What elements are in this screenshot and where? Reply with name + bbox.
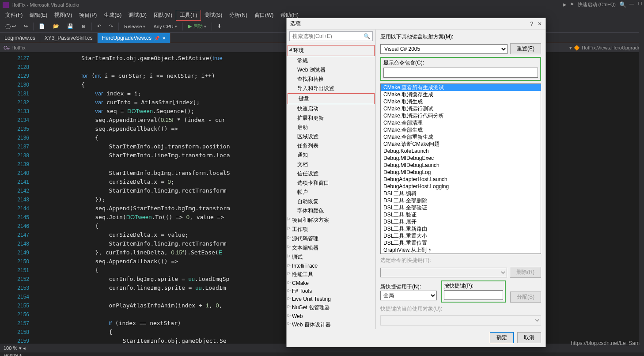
tree-item[interactable]: 通知 [288, 151, 375, 160]
tree-item[interactable]: ▷Live Unit Testing [288, 295, 375, 303]
nav-fwd-button[interactable]: ↪ [21, 23, 30, 30]
breadcrumb-namespace[interactable]: HotFix.Views.HeroUpgrade [582, 45, 640, 50]
command-item[interactable]: CMake.取消生成 [381, 98, 541, 105]
menu-test[interactable]: 测试(S) [201, 10, 226, 20]
options-search-input[interactable] [289, 31, 373, 41]
tree-item[interactable]: 扩展和更新 [288, 114, 375, 123]
command-item[interactable]: CMake.查看所有生成测试 [381, 84, 541, 91]
tree-item[interactable]: ▷Web [288, 312, 375, 320]
menu-view[interactable]: 视图(V) [51, 10, 76, 20]
tab-loginview[interactable]: LoginView.cs [0, 33, 40, 43]
menu-debug[interactable]: 调试(D) [125, 10, 150, 20]
menu-tools[interactable]: 工具(T) [176, 10, 201, 21]
dialog-help-icon[interactable]: ? [530, 21, 533, 27]
show-commands-input[interactable] [383, 68, 538, 78]
search-icon[interactable]: 🔍 [364, 33, 370, 39]
command-item[interactable]: Debug.MIDebugLaunch [381, 162, 541, 169]
tree-item[interactable]: ▷CMake [288, 279, 375, 287]
commands-listbox[interactable]: CMake.查看所有生成测试CMake.取消缓存生成CMake.取消生成CMak… [380, 83, 541, 254]
menu-analyze[interactable]: 分析(N) [226, 10, 251, 20]
command-item[interactable]: DSL工具.重置位置 [381, 239, 541, 246]
flag-icon[interactable]: ⚑ [570, 2, 574, 8]
reset-button[interactable]: 重置(E) [510, 43, 541, 54]
open-file-button[interactable]: 📂 [50, 23, 62, 30]
tree-item[interactable]: 导入和导出设置 [288, 84, 375, 93]
tab-passiveskill[interactable]: XY3_PassiveSkill.cs [40, 33, 98, 43]
tree-item[interactable]: ▷项目和解决方案 [288, 216, 375, 225]
command-item[interactable]: DebugAdapterHost.Launch [381, 176, 541, 183]
command-item[interactable]: Debug.MIDebugLog [381, 169, 541, 176]
tree-item[interactable]: 键盘 [289, 94, 373, 103]
menu-window[interactable]: 窗口(W) [251, 10, 277, 20]
start-button[interactable]: ▶ 启动 [186, 22, 209, 30]
command-item[interactable]: GraphView.从下到上 [381, 254, 541, 254]
zoom-level[interactable]: 100 % [4, 345, 17, 351]
command-item[interactable]: CMake.取消缓存生成 [381, 91, 541, 98]
tree-item[interactable]: ◢环境 [289, 46, 373, 55]
tree-item[interactable]: 信任设置 [288, 169, 375, 178]
command-item[interactable]: CMake.取消运行代码分析 [381, 112, 541, 119]
search-icon[interactable]: 🔍 [619, 1, 626, 8]
command-item[interactable]: DSL工具.重新路由 [381, 225, 541, 232]
cancel-button[interactable]: 取消 [517, 332, 541, 343]
tree-item[interactable]: 任务列表 [288, 141, 375, 151]
tab-pin-icon[interactable]: 📌 [154, 36, 159, 41]
command-item[interactable]: DSL工具.展开 [381, 218, 541, 225]
command-item[interactable]: CMake.全部生成 [381, 126, 541, 133]
minimize-icon[interactable]: — [629, 1, 634, 7]
config-dropdown[interactable]: Release [121, 23, 148, 30]
command-item[interactable]: CMake.诊断CMake问题 [381, 140, 541, 148]
tree-item[interactable]: 帐户 [288, 188, 375, 197]
platform-dropdown[interactable]: Any CPU [151, 23, 179, 30]
undo-button[interactable]: ↶ [95, 23, 104, 30]
command-item[interactable]: Debug.KofeLaunch [381, 148, 541, 155]
menu-edit[interactable]: 编辑(E) [26, 10, 51, 20]
options-tree[interactable]: ◢环境常规Web 浏览器查找和替换导入和导出设置键盘快速启动扩展和更新启动区域设… [287, 43, 375, 329]
tree-item[interactable]: ▷Web 窗体设计器 [288, 320, 375, 329]
dialog-close-icon[interactable]: ✕ [538, 21, 542, 27]
new-scope-select[interactable]: 全局 [380, 291, 437, 300]
tree-item[interactable]: ▷NuGet 包管理器 [288, 303, 375, 312]
quick-launch[interactable]: 快速启动 (Ctrl+Q) [578, 1, 616, 8]
step-button[interactable]: ⬇ [215, 23, 224, 30]
tree-item[interactable]: 字体和颜色 [288, 206, 375, 216]
notification-icon[interactable]: ▶ [563, 2, 566, 8]
tree-item[interactable]: 自动恢复 [288, 197, 375, 206]
command-item[interactable]: GraphView.从上到下 [381, 246, 541, 254]
command-item[interactable]: CMake.全部重新生成 [381, 133, 541, 140]
save-button[interactable]: 💾 [64, 23, 76, 30]
tree-item[interactable]: ▷F# Tools [288, 287, 375, 295]
menu-team[interactable]: 团队(M) [150, 10, 176, 20]
new-file-button[interactable]: 📄 [36, 23, 48, 30]
command-item[interactable]: Debug.MIDebugExec [381, 155, 541, 162]
maximize-icon[interactable]: ☐ [638, 1, 642, 7]
nav-back-button[interactable]: ◯ ↩ [3, 23, 19, 30]
tree-item[interactable]: 查找和替换 [288, 75, 375, 84]
tree-item[interactable]: 常规 [288, 56, 375, 65]
redo-button[interactable]: ↷ [106, 23, 116, 30]
command-item[interactable]: DSL工具.验证 [381, 211, 541, 218]
tree-item[interactable]: ▷文本编辑器 [288, 243, 375, 253]
collapsed-sidepanels[interactable] [639, 29, 644, 347]
tree-item[interactable]: 启动 [288, 123, 375, 132]
breadcrumb-project[interactable]: HotFix [11, 45, 26, 50]
menu-build[interactable]: 生成(B) [100, 10, 125, 20]
error-list-tab[interactable]: 错误列表 [0, 352, 644, 356]
command-item[interactable]: DSL工具.重置大小 [381, 232, 541, 239]
command-item[interactable]: DSL工具.编辑 [381, 190, 541, 197]
tree-item[interactable]: 选项卡和窗口 [288, 178, 375, 188]
zoom-dropdown-icon[interactable]: ▾ ◂ [19, 345, 26, 351]
menu-project[interactable]: 项目(P) [76, 10, 100, 20]
save-all-button[interactable]: 🗎 [79, 23, 89, 30]
tree-item[interactable]: ▷工作项 [288, 225, 375, 234]
tree-item[interactable]: 快速启动 [288, 104, 375, 114]
tree-item[interactable]: ▷调试 [288, 253, 375, 262]
tab-heroupgrade[interactable]: HeroUpgradeView.cs📌✕ [98, 33, 171, 43]
menu-file[interactable]: 文件(F) [2, 10, 26, 20]
tree-item[interactable]: 区域设置 [288, 132, 375, 141]
ok-button[interactable]: 确定 [490, 332, 514, 343]
command-item[interactable]: DSL工具.全部验证 [381, 204, 541, 211]
tree-item[interactable]: ▷IntelliTrace [288, 262, 375, 270]
tab-close-icon[interactable]: ✕ [162, 36, 166, 41]
press-shortcut-input[interactable] [444, 290, 503, 300]
